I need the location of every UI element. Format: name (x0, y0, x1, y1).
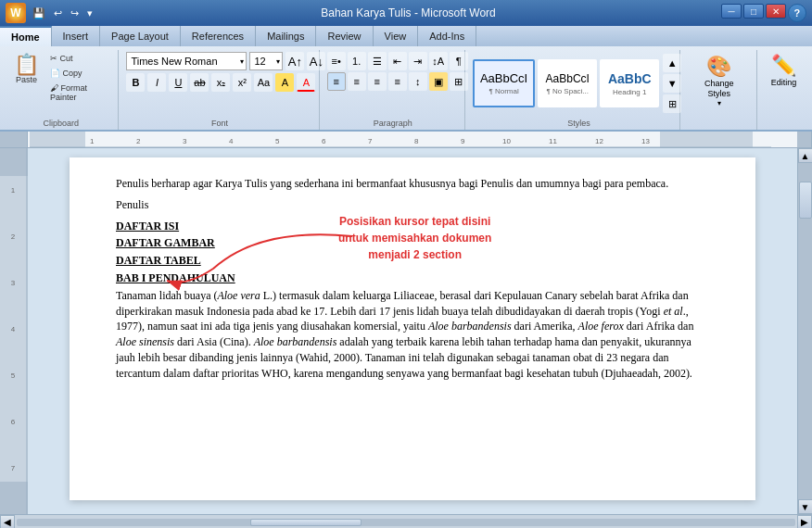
clear-format-button[interactable]: Aa (254, 73, 273, 92)
tab-references[interactable]: References (181, 26, 256, 46)
para-row2: ≡ ≡ ≡ ≡ ↕ ▣ ⊞ (327, 72, 468, 91)
format-painter-button[interactable]: 🖌 Format Painter (46, 82, 112, 104)
redo-quick-btn[interactable]: ↪ (68, 6, 82, 20)
font-label: Font (121, 119, 318, 128)
underline-button[interactable]: U (169, 73, 187, 92)
ruler-main: 1 2 3 4 5 6 7 8 9 10 11 12 13 (28, 132, 797, 147)
save-quick-btn[interactable]: 💾 (30, 6, 48, 20)
paragraph-label: Paragraph (322, 119, 464, 128)
ruler-side-left (0, 132, 28, 147)
paste-button[interactable]: 📋 Paste (9, 52, 44, 87)
font-grow-btn[interactable]: A↑ (285, 52, 304, 70)
ribbon-tab-bar: Home Insert Page Layout References Maili… (0, 26, 812, 46)
strikethrough-button[interactable]: ab (190, 73, 209, 92)
multilevel-button[interactable]: ☰ (368, 52, 387, 70)
scroll-thumb[interactable] (799, 182, 812, 219)
main-area: 1 2 3 4 5 6 7 Penulis berharap agar Kary… (0, 148, 812, 514)
font-color-button[interactable]: A (297, 73, 315, 92)
editing-label: Editing (771, 78, 797, 87)
bullets-button[interactable]: ≡• (327, 52, 346, 70)
editing-group: ✏️ Editing (759, 50, 808, 130)
subscript-button[interactable]: x₂ (211, 73, 230, 92)
font-size-selector[interactable]: 12 ▾ (249, 52, 283, 70)
style-nospace-btn[interactable]: AaBbCcI ¶ No Spaci... (538, 59, 597, 107)
hscroll-right-btn[interactable]: ▶ (797, 515, 812, 529)
close-btn[interactable]: ✕ (766, 4, 786, 19)
tab-view[interactable]: View (374, 26, 419, 46)
annotation-line3: menjadi 2 section (338, 246, 491, 263)
sort-button[interactable]: ↕A (429, 52, 448, 70)
copy-button[interactable]: 📄 Copy (46, 67, 112, 80)
change-styles-button[interactable]: 🎨 Change Styles ▾ (688, 50, 751, 121)
font-size-arrow: ▾ (276, 57, 280, 66)
style-nospace-label: ¶ No Spaci... (545, 87, 590, 95)
svg-text:6: 6 (11, 418, 16, 426)
change-styles-label: Change Styles (694, 79, 744, 99)
style-heading1-label: Heading 1 (607, 88, 652, 96)
font-name-value: Times New Roman (131, 56, 217, 67)
increase-indent-btn[interactable]: ⇥ (409, 52, 427, 70)
show-marks-btn[interactable]: ¶ (450, 52, 468, 70)
tab-insert[interactable]: Insert (52, 26, 101, 46)
tab-home[interactable]: Home (0, 26, 52, 46)
tab-addins[interactable]: Add-Ins (418, 26, 476, 46)
style-heading1-btn[interactable]: AaBbC Heading 1 (600, 59, 659, 107)
style-normal-btn[interactable]: AaBbCcI ¶ Normal (473, 59, 535, 107)
align-right-btn[interactable]: ≡ (368, 72, 387, 91)
shading-btn[interactable]: ▣ (429, 72, 448, 91)
hscroll-track[interactable] (17, 519, 795, 526)
text-highlight-button[interactable]: A (275, 73, 294, 92)
line-spacing-btn[interactable]: ↕ (409, 72, 427, 91)
superscript-button[interactable]: x² (233, 73, 251, 92)
annotation-line2: untuk memisahkan dokumen (338, 230, 491, 246)
species-name-1: Aloe vera (217, 289, 260, 302)
undo-quick-btn[interactable]: ↩ (51, 6, 65, 20)
decrease-indent-btn[interactable]: ⇤ (388, 52, 407, 70)
italic-button[interactable]: I (147, 73, 166, 92)
dropdown-quick-btn[interactable]: ▾ (84, 6, 95, 20)
styles-down-btn[interactable]: ▼ (663, 74, 681, 93)
style-normal-label: ¶ Normal (480, 87, 527, 95)
borders-btn[interactable]: ⊞ (450, 72, 468, 91)
align-left-btn[interactable]: ≡ (327, 72, 346, 91)
hscroll-left-btn[interactable]: ◀ (0, 515, 15, 529)
scroll-up-btn[interactable]: ▲ (798, 148, 813, 163)
et-al: et al (664, 305, 683, 318)
font-name-selector[interactable]: Times New Roman ▾ (126, 52, 247, 70)
svg-text:2: 2 (11, 233, 16, 241)
scroll-track[interactable] (798, 163, 813, 499)
svg-text:1: 1 (11, 186, 16, 195)
svg-text:9: 9 (461, 137, 465, 145)
hscroll-thumb[interactable] (250, 519, 362, 526)
office-logo: W (6, 3, 26, 23)
vertical-ruler-svg: 1 2 3 4 5 6 7 (0, 148, 28, 514)
maximize-btn[interactable]: □ (743, 4, 764, 19)
help-btn[interactable]: ? (788, 4, 806, 22)
change-styles-arrow: ▾ (717, 99, 721, 107)
bold-button[interactable]: B (126, 73, 145, 92)
align-justify-btn[interactable]: ≡ (388, 72, 407, 91)
intro-paragraph: Penulis berharap agar Karya Tulis yang s… (116, 176, 709, 192)
svg-text:2: 2 (136, 137, 141, 145)
cut-button[interactable]: ✂ Cut (46, 52, 112, 65)
styles-up-btn[interactable]: ▲ (663, 54, 681, 72)
ruler-area: 1 2 3 4 5 6 7 8 9 10 11 12 13 (0, 132, 812, 148)
align-center-btn[interactable]: ≡ (348, 72, 366, 91)
vertical-scrollbar: ▲ ▼ (797, 148, 812, 514)
svg-text:8: 8 (414, 137, 419, 145)
minimize-btn[interactable]: ─ (721, 4, 742, 19)
numbering-button[interactable]: 1. (348, 52, 366, 70)
styles-more-btn[interactable]: ⊞ (663, 94, 681, 113)
style-nospace-preview: AaBbCcI (545, 72, 590, 85)
tab-mailings[interactable]: Mailings (256, 26, 316, 46)
svg-text:3: 3 (183, 137, 187, 145)
ribbon-content: 📋 Paste ✂ Cut 📄 Copy 🖌 Format Painter Cl… (0, 46, 812, 130)
editing-button[interactable]: ✏️ Editing (763, 50, 804, 100)
tab-page-layout[interactable]: Page Layout (100, 26, 181, 46)
svg-text:6: 6 (322, 137, 326, 145)
annotation-line1: Posisikan kursor tepat disini (338, 213, 491, 230)
scroll-down-btn[interactable]: ▼ (798, 499, 813, 514)
tab-review[interactable]: Review (316, 26, 373, 46)
svg-text:4: 4 (229, 137, 234, 145)
ruler-side-right (797, 132, 812, 147)
